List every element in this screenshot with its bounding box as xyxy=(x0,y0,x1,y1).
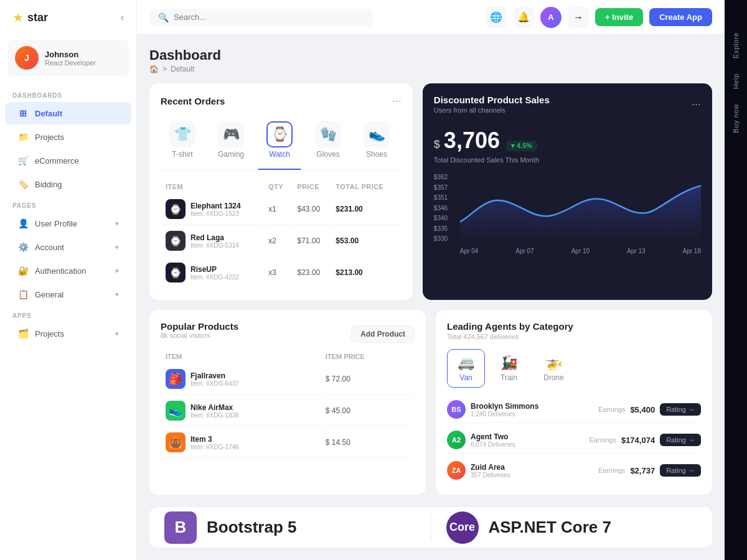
sidebar-toggle-button[interactable]: ‹ xyxy=(121,12,124,23)
popular-products-title: Popular Products xyxy=(161,321,238,332)
popular-products-sub: 8k social visitors xyxy=(161,332,238,339)
create-app-button[interactable]: Create App xyxy=(649,8,712,26)
settings-icon: ⚙️ xyxy=(17,241,29,253)
item-name: RiseUP xyxy=(190,265,239,274)
agent-avatar: A2 xyxy=(447,431,466,449)
topbar-avatar[interactable]: A xyxy=(540,7,561,28)
breadcrumb: 🏠 > Default xyxy=(149,65,221,73)
user-role: React Developer xyxy=(45,59,96,67)
sidebar-item-label: Default xyxy=(35,109,62,118)
tab-train[interactable]: 🚂 Train xyxy=(490,349,528,388)
folder-icon: 📁 xyxy=(17,131,29,142)
topbar: 🔍 🌐 🔔 A → + Invite Create App xyxy=(137,0,725,35)
item-name: Red Laga xyxy=(190,233,239,242)
explore-tab[interactable]: Explore xyxy=(728,25,743,66)
invite-button[interactable]: + Invite xyxy=(595,8,643,26)
gloves-icon: 🧤 xyxy=(315,121,341,147)
watch-icon: ⌚ xyxy=(266,121,293,147)
recent-orders-panel: Recent Orders ··· 👕 T-shirt 🎮 Gaming ⌚ xyxy=(149,83,413,300)
sidebar-item-general[interactable]: 📋 General ▾ xyxy=(5,283,131,306)
search-icon: 🔍 xyxy=(158,12,169,22)
page-header: Dashboard 🏠 > Default xyxy=(149,47,712,73)
more-options-icon[interactable]: ··· xyxy=(392,95,402,108)
sidebar-item-default[interactable]: ⊞ Default xyxy=(5,102,131,124)
cart-icon: 🛒 xyxy=(17,155,29,166)
leading-agents-panel: Leading Agents by Category Total 424,567… xyxy=(436,310,712,495)
sidebar-item-bidding[interactable]: 🏷️ Bidding xyxy=(5,173,131,195)
arrow-right-icon[interactable]: → xyxy=(568,7,589,28)
agent-deliveries: 1,240 Deliveries xyxy=(471,411,538,418)
tab-van[interactable]: 🚐 Van xyxy=(447,349,485,388)
sidebar-item-authentication[interactable]: 🔐 Authentication ▾ xyxy=(5,259,131,282)
search-box[interactable]: 🔍 xyxy=(149,9,374,26)
tab-label: Shoes xyxy=(366,150,387,159)
agent-avatar: ZA xyxy=(447,461,466,480)
table-row: ⌚ Red Laga Item: #XDG-5314 x2 $71.00 $53… xyxy=(162,226,400,256)
tab-tshirt[interactable]: 👕 T-shirt xyxy=(161,116,204,164)
tab-gloves[interactable]: 🧤 Gloves xyxy=(306,116,350,164)
sidebar-item-label: Bidding xyxy=(35,180,62,189)
item-id: Item: #XDG-5314 xyxy=(190,242,239,249)
logo-icon: ★ xyxy=(12,10,24,25)
sidebar-item-label: Projects xyxy=(35,133,64,142)
tab-gaming[interactable]: 🎮 Gaming xyxy=(209,116,253,164)
aspnet-name: ASP.NET Core 7 xyxy=(489,518,611,537)
sidebar-item-account[interactable]: ⚙️ Account ▾ xyxy=(5,236,131,258)
tab-drone[interactable]: 🚁 Drone xyxy=(533,349,575,388)
agents-title: Leading Agents by Category xyxy=(447,321,573,332)
globe-icon[interactable]: 🌐 xyxy=(486,7,507,28)
search-input[interactable] xyxy=(174,12,365,22)
agent-avatar: BS xyxy=(447,400,466,419)
line-chart xyxy=(460,174,701,240)
orders-table: ITEM QTY PRICE TOTAL PRICE ⌚ xyxy=(161,179,402,289)
qty-cell: x2 xyxy=(265,226,292,256)
more-options-icon[interactable]: ··· xyxy=(692,98,701,111)
sidebar-item-ecommerce[interactable]: 🛒 eCommerce xyxy=(5,149,131,172)
folder2-icon: 🗂️ xyxy=(17,328,29,339)
item-image: 👜 xyxy=(166,432,186,452)
tab-label: Gaming xyxy=(218,150,244,159)
add-product-button[interactable]: Add Product xyxy=(351,325,415,343)
table-row: 👟 Nike AirMax Item: #XDG-1836 $ 45.00 xyxy=(162,396,413,426)
sidebar-item-projects[interactable]: 📁 Projects xyxy=(5,126,131,148)
sidebar-user: J Johnson React Developer xyxy=(7,40,129,76)
price-cell: $ 14.50 xyxy=(322,427,413,458)
rating-button[interactable]: Rating → xyxy=(660,434,701,446)
buy-now-tab[interactable]: Buy now xyxy=(728,96,743,141)
agent-earnings: $5,400 xyxy=(630,405,655,414)
item-id: Item: #XDG-1523 xyxy=(190,210,241,217)
popular-products-panel: Popular Products 8k social visitors Add … xyxy=(149,310,426,495)
dashboards-section-label: DASHBOARDS xyxy=(0,86,136,101)
item-id: Item: #XDG-6437 xyxy=(190,380,239,387)
help-tab[interactable]: Help xyxy=(728,66,743,96)
rating-button[interactable]: Rating → xyxy=(660,464,701,477)
chevron-down-icon: ▾ xyxy=(115,243,119,251)
sidebar-item-user-profile[interactable]: 👤 User Profile ▾ xyxy=(5,212,131,235)
tab-shoes[interactable]: 👟 Shoes xyxy=(355,116,398,164)
qty-cell: x3 xyxy=(265,258,292,287)
breadcrumb-current: Default xyxy=(171,65,194,73)
tab-label: Train xyxy=(500,373,517,382)
tab-watch[interactable]: ⌚ Watch xyxy=(258,116,301,164)
col-qty: QTY xyxy=(265,180,292,193)
chevron-down-icon: ▾ xyxy=(115,330,119,338)
notification-icon[interactable]: 🔔 xyxy=(513,7,534,28)
sidebar-item-label: eCommerce xyxy=(35,156,79,166)
drone-icon: 🚁 xyxy=(545,355,562,371)
page-title: Dashboard xyxy=(149,47,221,63)
item-image: ⌚ xyxy=(166,231,186,251)
rating-button[interactable]: Rating → xyxy=(660,403,701,416)
logo-text: star xyxy=(27,11,48,24)
user-icon: 👤 xyxy=(17,218,29,229)
sales-label: Total Discounted Sales This Month xyxy=(434,156,701,164)
tab-label: Drone xyxy=(543,373,564,382)
agent-row: BS Brooklyn Simmons 1,240 Deliveries Ear… xyxy=(447,396,701,423)
sidebar-item-label: Projects xyxy=(35,329,64,338)
bottom-row: Popular Products 8k social visitors Add … xyxy=(149,310,712,495)
apps-section-label: APPS xyxy=(0,306,136,322)
sidebar-item-projects-app[interactable]: 🗂️ Projects ▾ xyxy=(5,322,131,345)
bootstrap-promo: B Bootstrap 5 xyxy=(149,507,431,548)
user-name: Johnson xyxy=(45,50,96,59)
agent-deliveries: 6,074 Deliveries xyxy=(471,441,515,448)
item-name: Fjallraven xyxy=(190,371,239,380)
